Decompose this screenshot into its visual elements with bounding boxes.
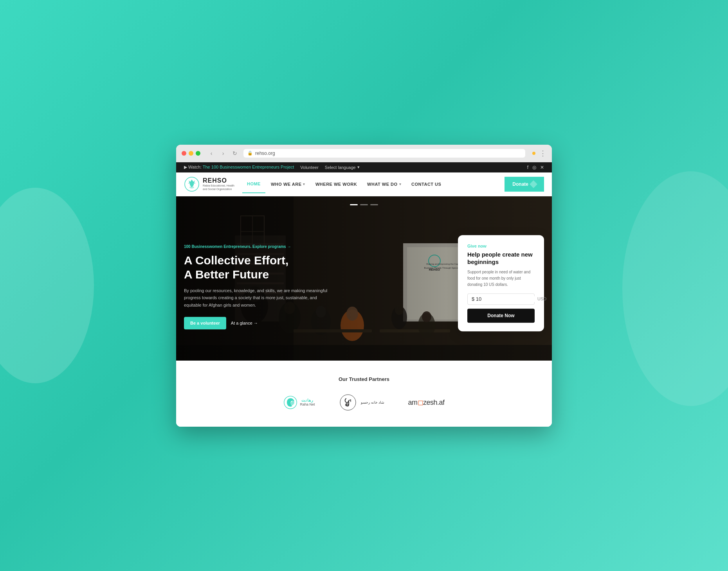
shaad-logo[interactable]: شاد خانه رحسو — [338, 394, 384, 411]
slide-dot-2[interactable] — [360, 204, 368, 205]
forward-button[interactable]: › — [218, 149, 228, 158]
amozesh-orange: ◻ — [418, 399, 423, 406]
announcement-left: ▶ Watch: The 100 Businesswomen Entrepren… — [184, 165, 360, 170]
browser-navigation: ‹ › ↻ — [207, 149, 240, 158]
amount-input[interactable] — [472, 296, 537, 302]
slide-indicators — [350, 204, 378, 205]
logo-name: REHSO — [203, 177, 234, 184]
hero-description: By pooling our resources, knowledge, and… — [184, 287, 333, 309]
logo-icon — [184, 176, 200, 192]
amozesh-text: am◻zesh.af — [408, 398, 444, 407]
partners-logos: رهانت Raha Net شاد خانه رحسو — [200, 394, 528, 411]
hero-breadcrumb: 100 Businesswomen Entrepreneurs. Explore… — [184, 244, 333, 249]
donate-card-title: Help people create new beginnings — [467, 251, 535, 266]
slide-dot-1[interactable] — [350, 204, 358, 205]
navbar: REHSO Rabia Educational, Healthand Socia… — [176, 172, 552, 196]
partners-title: Our Trusted Partners — [200, 376, 528, 382]
raha-logo[interactable]: رهانت Raha Net — [283, 395, 315, 409]
facebook-icon[interactable]: f — [527, 165, 528, 170]
refresh-button[interactable]: ↻ — [230, 149, 240, 158]
hero-section: REHSO Raising and Improving the Capacity… — [176, 196, 552, 361]
raha-icon — [283, 395, 297, 409]
currency-label: USD — [537, 296, 546, 301]
notification-dot — [532, 152, 535, 155]
partners-section: Our Trusted Partners رهانت Raha Net — [176, 361, 552, 427]
social-icons: f ◎ ✕ — [527, 165, 544, 170]
hero-title: A Collective Effort, A Better Future — [184, 253, 333, 282]
chevron-down-icon: ▾ — [303, 182, 305, 186]
browser-window: ‹ › ↻ 🔒 rehso.org ⋮ ▶ Watch: The 100 Bus… — [176, 145, 552, 427]
back-button[interactable]: ‹ — [207, 149, 216, 158]
shaad-icon — [338, 394, 358, 411]
lock-icon: 🔒 — [247, 151, 253, 156]
watch-link[interactable]: The 100 Businesswomen Entrepreneurs Proj… — [203, 165, 294, 169]
amount-input-row[interactable]: USD — [467, 293, 535, 305]
watch-prefix: ▶ Watch: The 100 Businesswomen Entrepren… — [184, 165, 294, 170]
amozesh-logo[interactable]: am◻zesh.af — [408, 398, 444, 407]
chevron-down-icon: ▾ — [399, 182, 402, 186]
raha-text: رهانت Raha Net — [300, 398, 315, 406]
announcement-bar: ▶ Watch: The 100 Businesswomen Entrepren… — [176, 162, 552, 172]
slide-dot-3[interactable] — [370, 204, 378, 205]
browser-chrome: ‹ › ↻ 🔒 rehso.org ⋮ — [176, 145, 552, 162]
at-a-glance-link[interactable]: At a glance → — [231, 321, 258, 325]
donate-now-button[interactable]: Donate Now — [467, 309, 535, 323]
hero-content: 100 Businesswomen Entrepreneurs. Explore… — [184, 244, 333, 329]
language-selector[interactable]: Select language ▾ — [325, 165, 360, 170]
explore-link[interactable]: Explore programs → — [252, 244, 291, 249]
traffic-lights — [182, 151, 200, 156]
watch-icon: ▶ — [184, 165, 187, 169]
nav-links: HOME WHO WE ARE ▾ WHERE WE WORK WHAT WE … — [242, 175, 505, 193]
minimize-button[interactable] — [189, 151, 193, 156]
website-content: ▶ Watch: The 100 Businesswomen Entrepren… — [176, 162, 552, 427]
nav-contact-us[interactable]: CONTACT US — [407, 176, 446, 193]
nav-who-we-are[interactable]: WHO WE ARE ▾ — [266, 176, 310, 193]
volunteer-link[interactable]: Volunteer — [300, 165, 318, 170]
donate-card-description: Support people in need of water and food… — [467, 269, 535, 288]
nav-where-we-work[interactable]: WHERE WE WORK — [311, 176, 362, 193]
svg-point-1 — [189, 186, 194, 189]
nav-what-we-do[interactable]: WHAT WE DO ▾ — [362, 176, 406, 193]
maximize-button[interactable] — [196, 151, 200, 156]
instagram-icon[interactable]: ◎ — [532, 165, 536, 170]
donate-card: Give now Help people create new beginnin… — [458, 235, 544, 331]
hero-cta: Be a volunteer At a glance → — [184, 317, 333, 329]
logo[interactable]: REHSO Rabia Educational, Healthand Socia… — [184, 172, 234, 196]
nav-home[interactable]: HOME — [242, 175, 265, 193]
twitter-icon[interactable]: ✕ — [540, 165, 544, 170]
close-button[interactable] — [182, 151, 186, 156]
url-text: rehso.org — [255, 151, 275, 156]
volunteer-button[interactable]: Be a volunteer — [184, 317, 226, 329]
shaad-text: شاد خانه رحسو — [361, 400, 384, 404]
donate-button[interactable]: Donate — [505, 177, 544, 192]
browser-menu-button[interactable]: ⋮ — [539, 149, 546, 158]
logo-text: REHSO Rabia Educational, Healthand Socia… — [203, 177, 234, 191]
logo-subtitle: Rabia Educational, Healthand Social Orga… — [203, 184, 234, 191]
donate-icon — [530, 180, 537, 188]
give-now-label: Give now — [467, 244, 535, 248]
address-bar[interactable]: 🔒 rehso.org — [243, 149, 525, 158]
